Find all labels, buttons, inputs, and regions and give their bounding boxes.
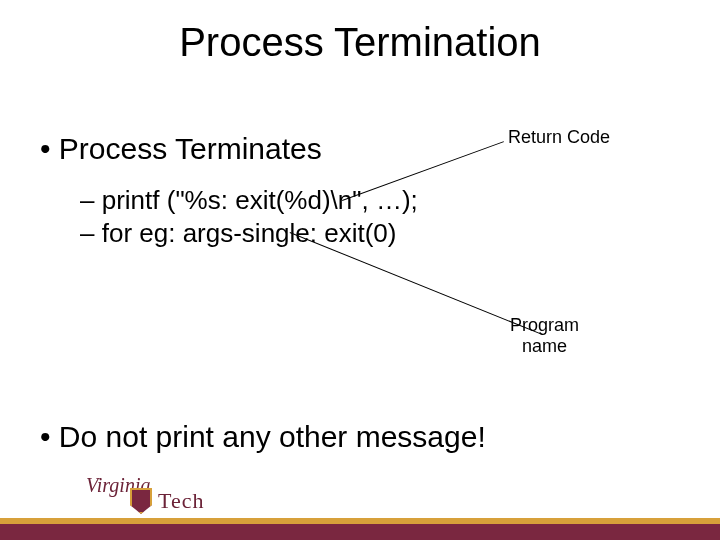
annotation-program-name-line2: name [522,336,567,356]
connector-program-name [290,232,543,335]
bullet-marker: • [40,420,51,453]
footer-stripe-maroon [0,524,720,540]
logo-shield-icon [130,488,152,514]
bullet-marker: • [40,132,51,165]
dash-marker: – [80,218,94,248]
annotation-program-name: Program name [510,315,579,357]
subbullet-text: for eg: args-single: exit(0) [102,218,397,248]
slide-title: Process Termination [0,20,720,65]
logo-text-tech: Tech [158,488,204,514]
bullet-do-not-print: • Do not print any other message! [40,420,486,454]
bullet-process-terminates: • Process Terminates [40,132,322,166]
virginia-tech-logo: Virginia Tech [80,480,220,518]
annotation-return-code: Return Code [508,127,610,148]
dash-marker: – [80,185,94,215]
connector-return-code [342,141,504,201]
subbullet-foreg: – for eg: args-single: exit(0) [80,218,397,249]
bullet-text: Process Terminates [59,132,322,165]
bullet-text: Do not print any other message! [59,420,486,453]
